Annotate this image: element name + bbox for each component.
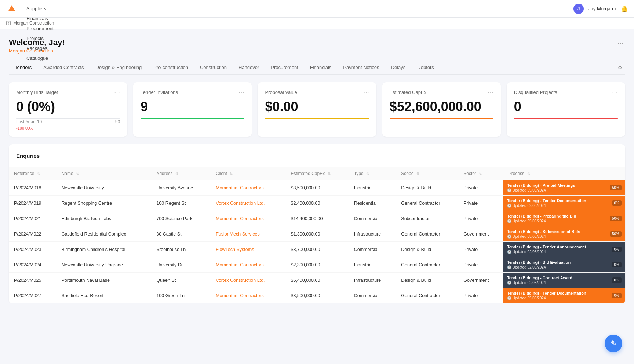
process-badge[interactable]: Tender (Bidding) - Tender Documentation … xyxy=(503,196,625,211)
col-process[interactable]: Process ⇅ xyxy=(503,167,625,180)
col-client[interactable]: Client ⇅ xyxy=(211,167,285,180)
table-row[interactable]: P/2024/M018Newcastle UniversityUniversit… xyxy=(9,180,625,196)
address-cell: 100 Regent St xyxy=(151,196,211,211)
sort-icon: ⇅ xyxy=(230,172,233,176)
tab-financials[interactable]: Financials xyxy=(304,61,338,74)
stat-progress-bar xyxy=(514,118,618,119)
tab-design-engineering[interactable]: Design & Engineering xyxy=(90,61,148,74)
client-cell[interactable]: Momentum Contractors xyxy=(211,257,285,273)
capex-cell: $5,400,000.00 xyxy=(285,273,349,288)
stats-row: Monthly Bids Target ⋯ 0 (0%) Last Year: … xyxy=(9,82,625,137)
col-address[interactable]: Address ⇅ xyxy=(151,167,211,180)
process-badge[interactable]: Tender (Bidding) - Tender Announcement 🕐… xyxy=(503,242,625,257)
company-link[interactable]: Morgan Construction xyxy=(9,48,65,54)
process-pct: 0% xyxy=(612,262,622,267)
process-cell[interactable]: Tender (Bidding) - Tender Documentation … xyxy=(503,196,625,211)
stat-more-btn[interactable]: ⋯ xyxy=(363,89,369,96)
tabs-settings-gear[interactable]: ⚙ xyxy=(615,62,625,73)
client-cell[interactable]: FlowTech Systems xyxy=(211,242,285,257)
process-date: 🕐 Updated 02/03/2024 xyxy=(507,281,572,285)
col-sector[interactable]: Sector ⇅ xyxy=(458,167,503,180)
process-pct: 0% xyxy=(612,200,622,206)
sector-cell: Private xyxy=(458,242,503,257)
process-info: Tender (Bidding) - Bid Evaluation 🕐 Upda… xyxy=(507,260,571,269)
client-cell[interactable]: FusionMech Services xyxy=(211,226,285,242)
col-name[interactable]: Name ⇅ xyxy=(57,167,152,180)
sort-icon: ⇅ xyxy=(479,172,482,176)
process-cell[interactable]: Tender (Bidding) - Pre-bid Meetings 🕐 Up… xyxy=(503,180,625,196)
header-more-button[interactable]: ⋯ xyxy=(616,38,625,49)
capex-cell: $1,300,000.00 xyxy=(285,226,349,242)
nav-item-suppliers[interactable]: Suppliers xyxy=(22,4,58,14)
type-cell: Commercial xyxy=(349,288,396,303)
table-row[interactable]: P/2024/M027Sheffield Eco-Resort100 Green… xyxy=(9,288,625,303)
tab-debtors[interactable]: Debtors xyxy=(411,61,440,74)
reference-cell: P/2024/M021 xyxy=(9,211,57,226)
process-pct: 50% xyxy=(610,185,622,190)
client-cell[interactable]: Momentum Contractors xyxy=(211,211,285,226)
table-row[interactable]: P/2024/M022Castlefield Residential Compl… xyxy=(9,226,625,242)
table-row[interactable]: P/2024/M019Regent Shopping Centre100 Reg… xyxy=(9,196,625,211)
process-badge[interactable]: Tender (Bidding) - Bid Evaluation 🕐 Upda… xyxy=(503,257,625,272)
address-cell: University Avenue xyxy=(151,180,211,196)
nav-item-contacts[interactable]: Contacts xyxy=(22,0,58,4)
tab-handover[interactable]: Handover xyxy=(233,61,265,74)
capex-cell: $3,500,000.00 xyxy=(285,180,349,196)
tab-construction[interactable]: Construction xyxy=(194,61,233,74)
process-cell[interactable]: Tender (Bidding) - Contract Award 🕐 Upda… xyxy=(503,273,625,288)
tab-payment-notices[interactable]: Payment Notices xyxy=(337,61,385,74)
name-cell: Newcastle University xyxy=(57,180,152,196)
stat-more-btn[interactable]: ⋯ xyxy=(114,89,120,96)
tab-procurement[interactable]: Procurement xyxy=(265,61,304,74)
stat-more-btn[interactable]: ⋯ xyxy=(612,89,618,96)
process-cell[interactable]: Tender (Bidding) - Preparing the Bid 🕐 U… xyxy=(503,211,625,226)
tab-awarded-contracts[interactable]: Awarded Contracts xyxy=(37,61,90,74)
type-cell: Residential xyxy=(349,196,396,211)
process-badge[interactable]: Tender (Bidding) - Submission of Bids 🕐 … xyxy=(503,226,625,241)
type-cell: Infrastructure xyxy=(349,273,396,288)
process-name: Tender (Bidding) - Pre-bid Meetings xyxy=(507,183,575,188)
reference-cell: P/2024/M018 xyxy=(9,180,57,196)
tab-delays[interactable]: Delays xyxy=(385,61,412,74)
stat-more-btn[interactable]: ⋯ xyxy=(238,89,244,96)
tab-tenders[interactable]: Tenders xyxy=(9,61,37,74)
stat-title: Monthly Bids Target ⋯ xyxy=(16,89,120,96)
tab-pre-construction[interactable]: Pre-construction xyxy=(147,61,194,74)
notifications-bell[interactable]: 🔔 xyxy=(621,5,628,12)
process-cell[interactable]: Tender (Bidding) - Submission of Bids 🕐 … xyxy=(503,226,625,242)
user-menu[interactable]: Jay Morgan ▾ xyxy=(588,6,616,11)
col-reference[interactable]: Reference ⇅ xyxy=(9,167,57,180)
client-cell[interactable]: Momentum Contractors xyxy=(211,288,285,303)
type-cell: Infrastructure xyxy=(349,226,396,242)
sort-icon: ⇅ xyxy=(366,172,369,176)
process-badge[interactable]: Tender (Bidding) - Preparing the Bid 🕐 U… xyxy=(503,211,625,226)
col-type[interactable]: Type ⇅ xyxy=(349,167,396,180)
client-cell[interactable]: Vortex Construction Ltd. xyxy=(211,196,285,211)
capex-cell: $2,400,000.00 xyxy=(285,196,349,211)
process-cell[interactable]: Tender (Bidding) - Tender Documentation … xyxy=(503,288,625,303)
capex-cell: $14,400,000.00 xyxy=(285,211,349,226)
col-scope[interactable]: Scope ⇅ xyxy=(396,167,458,180)
col-estimated-capex[interactable]: Estimated CapEx ⇅ xyxy=(285,167,349,180)
table-row[interactable]: P/2024/M021Edinburgh BioTech Labs700 Sci… xyxy=(9,211,625,226)
client-cell[interactable]: Vortex Construction Ltd. xyxy=(211,273,285,288)
process-cell[interactable]: Tender (Bidding) - Bid Evaluation 🕐 Upda… xyxy=(503,257,625,273)
stat-more-btn[interactable]: ⋯ xyxy=(488,89,493,96)
stat-card-0: Monthly Bids Target ⋯ 0 (0%) Last Year: … xyxy=(9,82,127,137)
process-cell[interactable]: Tender (Bidding) - Tender Announcement 🕐… xyxy=(503,242,625,257)
client-cell[interactable]: Momentum Contractors xyxy=(211,180,285,196)
address-cell: 700 Science Park xyxy=(151,211,211,226)
welcome-heading: Welcome, Jay! xyxy=(9,38,65,47)
process-badge[interactable]: Tender (Bidding) - Contract Award 🕐 Upda… xyxy=(503,273,625,288)
table-row[interactable]: P/2024/M024Newcastle University UpgradeU… xyxy=(9,257,625,273)
table-row[interactable]: P/2024/M025Portsmouth Naval BaseQueen St… xyxy=(9,273,625,288)
type-cell: Industrial xyxy=(349,257,396,273)
stat-title: Estimated CapEx ⋯ xyxy=(390,89,493,96)
process-badge[interactable]: Tender (Bidding) - Tender Documentation … xyxy=(503,288,625,303)
process-badge[interactable]: Tender (Bidding) - Pre-bid Meetings 🕐 Up… xyxy=(503,180,625,195)
app-logo[interactable] xyxy=(6,3,18,15)
enquiries-more-button[interactable]: ⋮ xyxy=(608,150,618,161)
type-cell: Commercial xyxy=(349,242,396,257)
table-row[interactable]: P/2024/M023Birmingham Children's Hospita… xyxy=(9,242,625,257)
process-info: Tender (Bidding) - Tender Documentation … xyxy=(507,199,586,208)
